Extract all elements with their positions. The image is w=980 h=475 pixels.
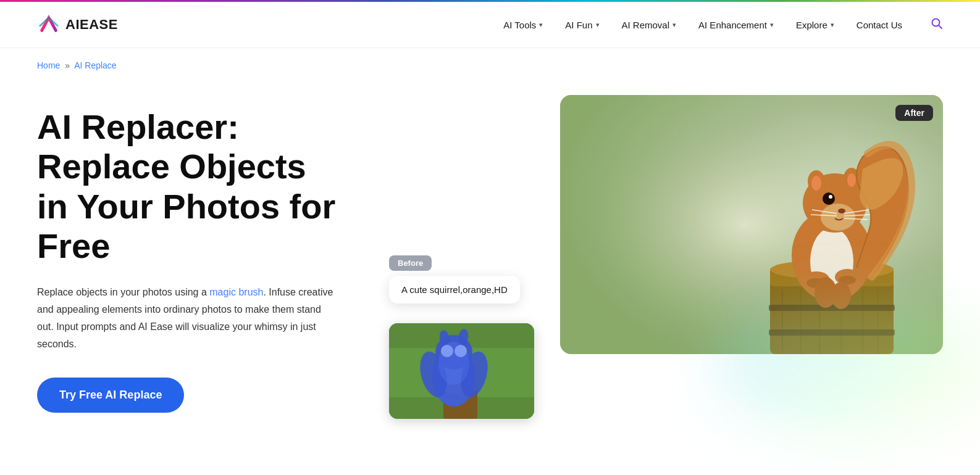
- svg-point-23: [811, 176, 821, 191]
- nav-item-ai-removal[interactable]: AI Removal ▾: [622, 20, 677, 30]
- nav-item-ai-enhancement[interactable]: AI Enhancement ▾: [698, 20, 774, 30]
- breadcrumb-home[interactable]: Home: [37, 60, 60, 70]
- before-panel: Before A cute squirrel,orange,HD: [389, 255, 520, 366]
- svg-point-18: [821, 204, 855, 231]
- after-badge: After: [895, 105, 933, 121]
- before-badge: Before: [389, 255, 432, 271]
- right-content: After Before A cute squirrel,orange,HD: [383, 95, 943, 403]
- logo-icon: [37, 13, 61, 36]
- nav-item-ai-tools[interactable]: AI Tools ▾: [503, 20, 543, 30]
- chevron-down-icon: ▾: [672, 21, 676, 29]
- contact-us-link[interactable]: Contact Us: [856, 20, 902, 30]
- breadcrumb: Home » AI Replace: [0, 48, 980, 76]
- search-icon[interactable]: [931, 17, 943, 33]
- nav-item-explore[interactable]: Explore ▾: [796, 20, 834, 30]
- bg-decoration: [714, 299, 980, 434]
- prompt-bubble: A cute squirrel,orange,HD: [389, 276, 520, 304]
- hero-desc-part1: Replace objects in your photos using a: [37, 287, 209, 297]
- svg-line-1: [939, 25, 942, 28]
- chevron-down-icon: ▾: [539, 21, 543, 29]
- logo[interactable]: AIEASE: [37, 13, 118, 36]
- left-content: AI Replacer: Replace Objects in Your Pho…: [37, 95, 346, 413]
- try-free-ai-replace-button[interactable]: Try Free AI Replace: [37, 378, 184, 413]
- header: AIEASE AI Tools ▾ AI Fun ▾ AI Removal ▾ …: [0, 2, 980, 48]
- magic-brush-link[interactable]: magic brush: [209, 287, 263, 297]
- svg-point-20: [829, 195, 832, 199]
- svg-point-19: [823, 192, 835, 205]
- nav-item-ai-fun[interactable]: AI Fun ▾: [565, 20, 599, 30]
- svg-point-21: [838, 209, 845, 213]
- chevron-down-icon: ▾: [770, 21, 774, 29]
- hero-description: Replace objects in your photos using a m…: [37, 284, 333, 353]
- hero-title: AI Replacer: Replace Objects in Your Pho…: [37, 107, 346, 266]
- chevron-down-icon: ▾: [596, 21, 600, 29]
- svg-point-25: [847, 173, 856, 187]
- chevron-down-icon: ▾: [831, 21, 834, 29]
- breadcrumb-current: AI Replace: [74, 60, 116, 70]
- breadcrumb-separator: »: [65, 60, 70, 70]
- logo-text: AIEASE: [65, 17, 118, 33]
- main-content: AI Replacer: Replace Objects in Your Pho…: [0, 76, 980, 450]
- main-nav: AI Tools ▾ AI Fun ▾ AI Removal ▾ AI Enha…: [503, 17, 943, 33]
